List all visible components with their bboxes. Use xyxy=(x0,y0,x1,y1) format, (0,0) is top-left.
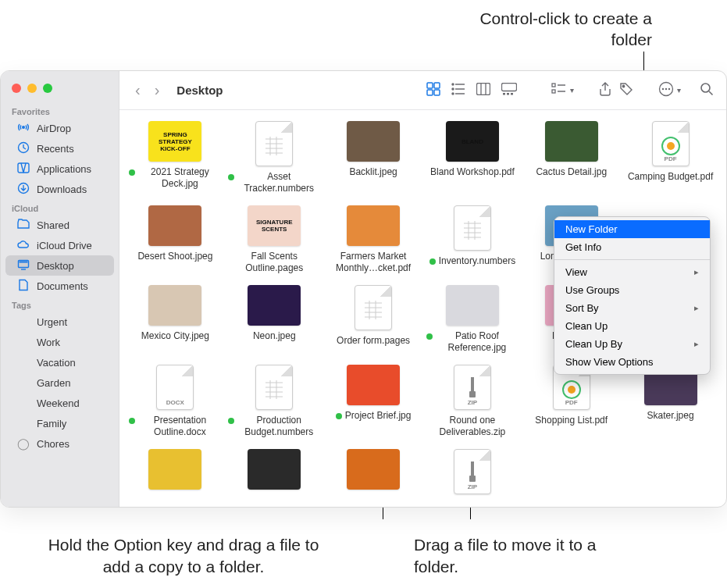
menu-item-label: Sort By xyxy=(565,302,599,314)
chevron-down-icon[interactable]: ▾ xyxy=(677,86,681,94)
sidebar-tag-chores[interactable]: ◯Chores xyxy=(5,433,114,454)
svg-rect-65 xyxy=(471,461,474,476)
more-icon[interactable] xyxy=(658,81,674,100)
menu-item-show-view-options[interactable]: Show View Options xyxy=(554,353,710,371)
svg-rect-66 xyxy=(469,476,476,482)
file-item[interactable]: ZIPRound one Deliverables.zip xyxy=(426,365,519,438)
file-item[interactable]: Production Budget.numbers xyxy=(227,365,321,438)
svg-rect-5 xyxy=(20,261,28,262)
menu-item-clean-up-by[interactable]: Clean Up By▸ xyxy=(554,335,710,353)
menu-item-view[interactable]: View▸ xyxy=(554,263,710,281)
file-item[interactable]: Project Brief.jpg xyxy=(326,365,420,438)
menu-item-clean-up[interactable]: Clean Up xyxy=(554,317,710,335)
file-thumbnail: ZIP xyxy=(454,365,491,410)
file-name: 2021 Strategy Deck.jpg xyxy=(129,166,221,190)
file-item[interactable]: PDFShopping List.pdf xyxy=(525,365,618,438)
tag-icon[interactable] xyxy=(619,82,633,99)
file-name: Round one Deliverables.zip xyxy=(426,415,519,438)
svg-point-30 xyxy=(662,87,664,89)
back-button[interactable]: ‹ xyxy=(132,81,144,99)
sidebar: Favorites AirDropRecentsApplicationsDown… xyxy=(1,71,119,507)
file-item[interactable] xyxy=(326,449,420,499)
file-item[interactable]: Farmers Market Monthly…cket.pdf xyxy=(326,205,420,274)
file-name: Bland Workshop.pdf xyxy=(430,166,515,178)
file-item[interactable]: Desert Shoot.jpeg xyxy=(128,205,222,274)
sidebar-item-shared[interactable]: Shared xyxy=(5,215,114,235)
svg-rect-22 xyxy=(507,93,509,95)
file-thumbnail xyxy=(255,121,293,166)
svg-point-64 xyxy=(568,386,576,394)
file-item[interactable]: Inventory.numbers xyxy=(426,205,519,274)
file-item[interactable]: Mexico City.jpeg xyxy=(128,285,222,354)
file-thumbnail xyxy=(148,205,201,246)
file-item[interactable]: SPRING STRATEGY KICK-OFF2021 Strategy De… xyxy=(128,121,222,194)
sidebar-item-label: Documents xyxy=(37,280,88,292)
menu-separator xyxy=(554,259,710,260)
sidebar-section-icloud: iCloud xyxy=(1,199,119,215)
file-item[interactable]: Neon.jpeg xyxy=(227,285,321,354)
menu-item-sort-by[interactable]: Sort By▸ xyxy=(554,299,710,317)
sidebar-tag-weekend[interactable]: Weekend xyxy=(5,393,114,413)
menu-item-label: Get Info xyxy=(565,241,601,253)
file-item[interactable]: SIGNATURE SCENTSFall Scents Outline.page… xyxy=(227,205,321,274)
svg-rect-23 xyxy=(511,93,513,95)
sidebar-item-documents[interactable]: Documents xyxy=(5,276,114,296)
file-item[interactable]: Patio Roof Reference.jpg xyxy=(426,285,519,354)
file-item[interactable] xyxy=(227,449,321,499)
sidebar-tag-vacation[interactable]: Vacation xyxy=(5,352,114,372)
file-thumbnail xyxy=(355,285,392,330)
chevron-down-icon[interactable]: ▾ xyxy=(570,86,574,94)
group-by-icon[interactable] xyxy=(551,83,567,98)
sidebar-item-applications[interactable]: Applications xyxy=(5,159,114,179)
list-view-icon[interactable] xyxy=(451,82,465,99)
file-item[interactable]: BLANDBland Workshop.pdf xyxy=(426,121,519,194)
file-item[interactable]: DOCXPresentation Outline.docx xyxy=(128,365,222,438)
file-item[interactable]: PDFCamping Budget.pdf xyxy=(624,121,718,194)
svg-rect-8 xyxy=(434,83,440,88)
file-item[interactable]: Asset Tracker.numbers xyxy=(227,121,321,194)
sync-status-icon xyxy=(129,418,135,424)
file-item[interactable]: Cactus Detail.jpg xyxy=(525,121,618,194)
sidebar-item-label: Chores xyxy=(37,438,69,450)
file-thumbnail xyxy=(347,449,400,490)
sidebar-item-airdrop[interactable]: AirDrop xyxy=(5,118,114,138)
zoom-button[interactable] xyxy=(43,84,52,93)
menu-item-use-groups[interactable]: Use Groups xyxy=(554,281,710,299)
sidebar-tag-family[interactable]: Family xyxy=(5,413,114,433)
file-name: Patio Roof Reference.jpg xyxy=(426,330,519,354)
forward-button[interactable]: › xyxy=(151,81,163,99)
close-button[interactable] xyxy=(12,84,21,93)
gallery-view-icon[interactable] xyxy=(501,83,517,98)
search-icon[interactable] xyxy=(700,82,714,99)
sidebar-item-downloads[interactable]: Downloads xyxy=(5,179,114,199)
file-thumbnail: DOCX xyxy=(156,365,194,410)
svg-point-14 xyxy=(452,84,454,85)
file-item[interactable]: ZIP xyxy=(426,449,519,499)
menu-item-get-info[interactable]: Get Info xyxy=(554,238,710,256)
file-item[interactable]: Skater.jpeg xyxy=(624,365,718,438)
sidebar-item-label: Work xyxy=(37,337,60,348)
file-thumbnail: SPRING STRATEGY KICK-OFF xyxy=(148,121,201,162)
file-name: Neon.jpeg xyxy=(253,330,296,342)
share-icon[interactable] xyxy=(599,82,611,99)
sidebar-tag-work[interactable]: Work xyxy=(5,332,114,352)
svg-rect-9 xyxy=(427,90,433,95)
file-name: Skater.jpeg xyxy=(647,410,694,422)
sync-status-icon xyxy=(228,174,234,180)
file-thumbnail: SIGNATURE SCENTS xyxy=(248,205,301,246)
column-view-icon[interactable] xyxy=(476,83,490,98)
chevron-right-icon: ▸ xyxy=(694,267,699,277)
sidebar-item-recents[interactable]: Recents xyxy=(5,138,114,159)
menu-item-new-folder[interactable]: New Folder xyxy=(554,220,710,238)
minimize-button[interactable] xyxy=(27,84,37,93)
sidebar-item-icloud-drive[interactable]: iCloud Drive xyxy=(5,235,114,255)
sidebar-tag-urgent[interactable]: Urgent xyxy=(5,312,114,332)
sidebar-tag-garden[interactable]: Garden xyxy=(5,372,114,393)
sidebar-item-desktop[interactable]: Desktop xyxy=(5,255,114,276)
sidebar-item-label: iCloud Drive xyxy=(37,240,92,251)
file-item[interactable]: Backlit.jpeg xyxy=(326,121,420,194)
sidebar-item-label: Family xyxy=(37,418,66,429)
icon-view-icon[interactable] xyxy=(426,82,440,99)
file-item[interactable]: Order form.pages xyxy=(326,285,420,354)
file-item[interactable] xyxy=(128,449,222,499)
